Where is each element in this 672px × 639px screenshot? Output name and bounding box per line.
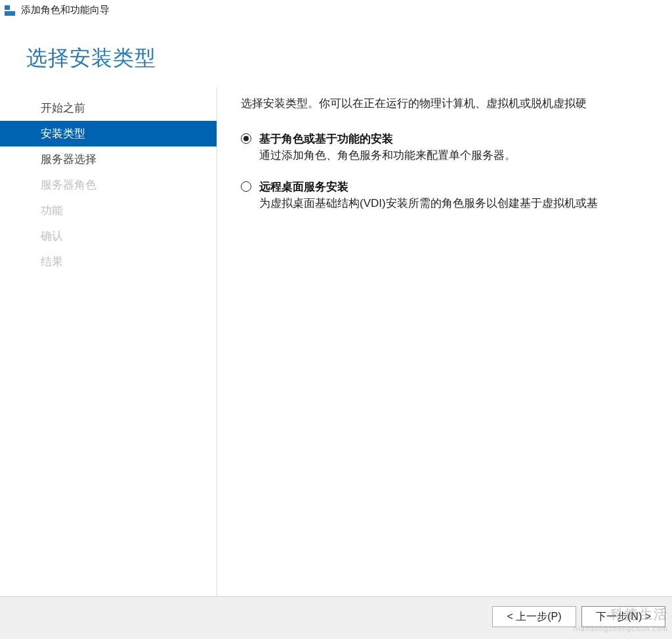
option-role-based[interactable]: 基于角色或基于功能的安装 通过添加角色、角色服务和功能来配置单个服务器。	[241, 131, 672, 164]
wizard-steps: 开始之前 安装类型 服务器选择 服务器角色 功能 确认 结果	[0, 91, 217, 596]
step-server-selection[interactable]: 服务器选择	[0, 146, 217, 172]
page-title: 选择安装类型	[26, 44, 646, 73]
content-pane: 选择安装类型。你可以在正在运行的物理计算机、虚拟机或脱机虚拟硬 基于角色或基于功…	[217, 91, 672, 596]
step-server-roles: 服务器角色	[0, 172, 217, 198]
header: 选择安装类型	[0, 20, 672, 91]
step-features: 功能	[0, 198, 217, 223]
option-rds[interactable]: 远程桌面服务安装 为虚拟桌面基础结构(VDI)安装所需的角色服务以创建基于虚拟机…	[241, 179, 672, 212]
prev-button[interactable]: < 上一步(P)	[492, 606, 576, 627]
option-role-based-desc: 通过添加角色、角色服务和功能来配置单个服务器。	[259, 147, 516, 164]
option-rds-title: 远程桌面服务安装	[259, 179, 598, 196]
option-role-based-title: 基于角色或基于功能的安装	[259, 131, 516, 148]
app-icon	[4, 5, 16, 16]
next-button[interactable]: 下一步(N) >	[581, 606, 665, 627]
instruction-text: 选择安装类型。你可以在正在运行的物理计算机、虚拟机或脱机虚拟硬	[241, 95, 672, 112]
radio-rds[interactable]	[241, 181, 251, 192]
option-rds-desc: 为虚拟桌面基础结构(VDI)安装所需的角色服务以创建基于虚拟机或基	[259, 195, 598, 212]
step-results: 结果	[0, 249, 217, 275]
titlebar: 添加角色和功能向导	[0, 0, 672, 20]
radio-role-based[interactable]	[241, 133, 251, 144]
step-installation-type[interactable]: 安装类型	[0, 121, 217, 146]
step-before-you-begin[interactable]: 开始之前	[0, 95, 217, 121]
step-confirmation: 确认	[0, 223, 217, 249]
footer-buttons: < 上一步(P) 下一步(N) >	[0, 596, 672, 639]
window-title: 添加角色和功能向导	[21, 4, 110, 16]
